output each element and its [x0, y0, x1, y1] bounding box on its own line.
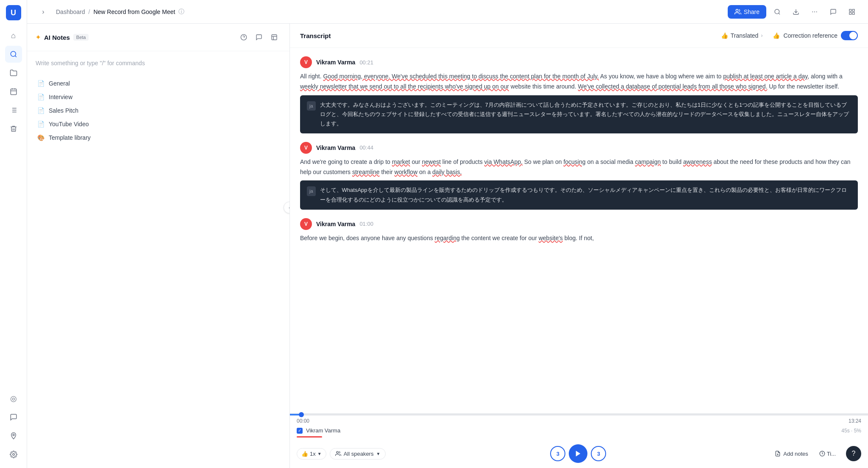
- sidebar: U ⌂ ◎: [0, 0, 27, 468]
- transcript-panel: Transcript 👍 Translated › 👍 Correction r…: [290, 24, 868, 468]
- notes-menu-sales[interactable]: 📄 Sales Pitch: [36, 104, 281, 117]
- comments-button[interactable]: [826, 4, 841, 19]
- sidebar-item-pin[interactable]: [5, 427, 22, 444]
- translated-label: Translated: [731, 32, 759, 39]
- ai-notes-panel: ✦ AI Notes Beta: [27, 24, 290, 468]
- skip-forward-btn[interactable]: 3: [591, 446, 606, 461]
- playback-speed-btn[interactable]: 👍 1x ▼: [297, 448, 326, 460]
- notes-menu-interview[interactable]: 📄 Interview: [36, 90, 281, 104]
- correction-toggle[interactable]: [841, 31, 858, 40]
- ai-notes-label: AI Notes: [44, 34, 70, 41]
- sidebar-item-settings[interactable]: [5, 446, 22, 463]
- share-icon: [734, 8, 741, 15]
- grid-view-button[interactable]: [844, 4, 860, 19]
- transcript-text-1: All right. Good morning, everyone. We've…: [300, 72, 858, 92]
- document-icon-youtube: 📄: [37, 121, 45, 127]
- svg-point-13: [12, 454, 14, 456]
- ai-notes-title: ✦ AI Notes Beta: [36, 34, 89, 41]
- timer-icon: [819, 451, 825, 457]
- svg-point-0: [11, 51, 16, 56]
- notes-menu-templates-label: Template library: [49, 134, 91, 141]
- breadcrumb-current: New Record from Google Meet: [93, 8, 175, 15]
- svg-rect-27: [272, 35, 277, 40]
- notes-menu-youtube-label: YouTube Video: [49, 121, 89, 127]
- sidebar-item-circle[interactable]: ◎: [5, 390, 22, 407]
- ai-notes-header: ✦ AI Notes Beta: [27, 24, 289, 51]
- notes-menu-sales-label: Sales Pitch: [49, 107, 78, 114]
- document-icon-interview: 📄: [37, 94, 45, 100]
- play-pause-btn[interactable]: [569, 444, 587, 463]
- avatar-2: V: [300, 142, 312, 154]
- sidebar-item-calendar[interactable]: [5, 83, 22, 100]
- notes-menu-templates[interactable]: 🎨 Template library: [36, 131, 281, 144]
- speaker-time-2: 00:44: [359, 144, 373, 151]
- bottom-player: 00:00 13:24 ✓ Vikram Varma 45s · 5% 👍 1x…: [290, 413, 868, 468]
- ai-notes-body: Write something or type "/" for commands…: [27, 51, 289, 468]
- notes-placeholder: Write something or type "/" for commands: [36, 60, 281, 66]
- comments-icon: [830, 8, 837, 15]
- speaker-row-1: V Vikram Varma 00:21: [300, 56, 858, 68]
- speaker-checkbox[interactable]: ✓: [297, 428, 303, 434]
- beta-badge: Beta: [73, 34, 89, 41]
- sidebar-item-home[interactable]: ⌂: [5, 27, 22, 44]
- notes-menu-interview-label: Interview: [49, 94, 72, 100]
- info-icon[interactable]: ⓘ: [178, 8, 184, 16]
- speed-flag: 👍: [301, 451, 308, 457]
- layout-toolbar-btn[interactable]: [267, 30, 281, 44]
- share-button[interactable]: Share: [728, 5, 766, 19]
- svg-rect-2: [11, 89, 17, 95]
- document-icon-general: 📄: [37, 80, 45, 87]
- notes-menu-general[interactable]: 📄 General: [36, 77, 281, 90]
- svg-rect-23: [849, 12, 851, 14]
- sidebar-item-folder[interactable]: [5, 64, 22, 81]
- chat-bubble-icon: [256, 34, 262, 41]
- help-btn[interactable]: ?: [846, 446, 861, 461]
- time-total: 13:24: [849, 418, 861, 424]
- progress-bar[interactable]: [290, 414, 868, 415]
- download-button[interactable]: [788, 4, 804, 19]
- transcript-entry-1: V Vikram Varma 00:21 All right. Good mor…: [300, 56, 858, 133]
- speaker-duration: 45s · 5%: [841, 428, 861, 434]
- chevron-right-icon: ›: [761, 33, 762, 39]
- sidebar-item-trash[interactable]: [5, 120, 22, 137]
- speakers-chevron: ▼: [376, 451, 380, 456]
- player-controls: 👍 1x ▼ All speakers ▼ 3: [290, 441, 868, 468]
- sidebar-item-message[interactable]: [5, 409, 22, 426]
- download-icon: [793, 8, 799, 15]
- speaker-time-1: 00:21: [359, 59, 373, 66]
- app-logo: U: [6, 5, 21, 20]
- speaker-filter-name: Vikram Varma: [306, 427, 340, 434]
- speaker-name-3: Vikram Varma: [316, 221, 355, 227]
- more-icon: [811, 8, 818, 15]
- breadcrumb-dashboard: Dashboard: [56, 8, 85, 15]
- add-notes-btn[interactable]: Add notes: [771, 448, 812, 460]
- all-speakers-btn[interactable]: All speakers ▼: [330, 448, 386, 460]
- speed-label: 1x: [310, 451, 316, 457]
- correction-ref-label: Correction reference: [783, 32, 837, 39]
- help-toolbar-btn[interactable]: [237, 30, 250, 44]
- chevron-down-icon: ▼: [317, 451, 322, 456]
- svg-rect-21: [849, 9, 851, 11]
- more-button[interactable]: [807, 4, 822, 19]
- play-icon: [574, 450, 582, 457]
- notes-icon: [775, 451, 781, 457]
- correction-reference: 👍 Correction reference: [773, 31, 858, 40]
- question-circle-icon: [240, 34, 247, 41]
- chat-toolbar-btn[interactable]: [252, 30, 266, 44]
- translated-button[interactable]: 👍 Translated ›: [718, 30, 766, 41]
- search-icon: [774, 8, 781, 15]
- svg-point-18: [812, 11, 813, 12]
- sidebar-item-search[interactable]: [5, 46, 22, 63]
- search-button[interactable]: [770, 4, 785, 19]
- sidebar-item-list[interactable]: [5, 102, 22, 119]
- skip-back-btn[interactable]: 3: [550, 446, 565, 461]
- svg-line-1: [15, 55, 16, 57]
- timer-btn[interactable]: Ti...: [816, 448, 839, 460]
- speakers-label: All speakers: [344, 451, 374, 457]
- svg-point-15: [775, 9, 779, 14]
- notes-menu-youtube[interactable]: 📄 YouTube Video: [36, 117, 281, 131]
- svg-point-14: [736, 9, 738, 11]
- collapse-sidebar-btn[interactable]: ›: [36, 4, 51, 19]
- ai-notes-toolbar: [237, 30, 281, 44]
- avatar-3: V: [300, 218, 312, 230]
